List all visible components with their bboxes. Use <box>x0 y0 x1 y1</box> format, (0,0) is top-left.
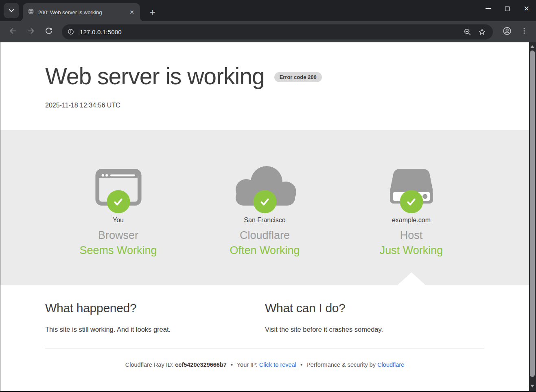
column-name: San Francisco <box>244 217 285 224</box>
reload-icon <box>44 26 53 37</box>
status-band: You Browser Seems Working <box>0 130 529 285</box>
tab-close-icon[interactable]: ✕ <box>128 8 136 16</box>
page-footer: Cloudflare Ray ID: ccf5420e329666b7 • Yo… <box>45 361 484 368</box>
zoom-out-icon[interactable] <box>461 26 473 38</box>
browser-toolbar: 127.0.0.1:5000 <box>0 21 536 42</box>
status-column-browser: You Browser Seems Working <box>45 159 192 285</box>
chevron-down-icon <box>9 7 14 14</box>
column-status: Seems Working <box>79 244 157 257</box>
url-text[interactable]: 127.0.0.1:5000 <box>80 28 459 35</box>
back-button[interactable] <box>6 24 20 39</box>
globe-favicon-icon <box>28 8 34 16</box>
bullet-separator: • <box>300 361 302 368</box>
column-status: Just Working <box>380 244 443 257</box>
tab-search-button[interactable] <box>4 3 19 18</box>
column-role: Host <box>400 229 423 242</box>
section-body: This site is still working. And it looks… <box>45 326 265 333</box>
status-column-host: example.com Host Just Working <box>338 159 485 285</box>
back-arrow-icon <box>9 26 18 37</box>
close-window-button[interactable]: ✕ <box>517 0 536 17</box>
page-content: Web server is working Error code 200 202… <box>0 42 529 391</box>
section-heading: What happened? <box>45 301 265 315</box>
menu-button[interactable] <box>516 24 532 39</box>
click-to-reveal-link[interactable]: Click to reveal <box>259 361 296 368</box>
profile-icon <box>502 26 512 37</box>
kebab-menu-icon <box>520 27 528 37</box>
bullet-separator: • <box>231 361 233 368</box>
address-bar[interactable]: 127.0.0.1:5000 <box>62 24 493 39</box>
ray-id-value: ccf5420e329666b7 <box>175 361 227 368</box>
scrollbar-up-icon[interactable] <box>530 45 534 48</box>
info-section: What happened? This site is still workin… <box>0 285 529 368</box>
minimize-button[interactable] <box>479 0 498 17</box>
footer-divider <box>45 348 484 348</box>
scrollbar-thumb[interactable] <box>530 50 535 377</box>
what-happened-block: What happened? This site is still workin… <box>45 301 265 333</box>
ray-id-label: Cloudflare Ray ID: <box>125 361 173 368</box>
maximize-button[interactable] <box>498 0 517 17</box>
check-icon <box>107 190 130 213</box>
forward-arrow-icon <box>26 26 35 37</box>
status-column-cloudflare: San Francisco Cloudflare Often Working <box>192 159 338 285</box>
column-name: example.com <box>392 217 431 224</box>
performance-security-text: Performance & security by <box>306 361 376 368</box>
column-status: Often Working <box>230 244 300 257</box>
your-ip-label: Your IP: <box>237 361 258 368</box>
bookmark-star-icon[interactable] <box>476 26 488 38</box>
browser-tab[interactable]: 200: Web server is working ✕ <box>23 3 140 21</box>
tab-title: 200: Web server is working <box>38 9 128 15</box>
timestamp: 2025-11-18 12:34:56 UTC <box>45 102 484 109</box>
profile-button[interactable] <box>499 24 515 39</box>
new-tab-button[interactable]: + <box>146 5 160 19</box>
page-title: Web server is working <box>45 63 265 90</box>
window-controls: ✕ <box>479 0 536 17</box>
forward-button[interactable] <box>24 24 38 39</box>
section-body: Visit the site before it crashes someday… <box>265 326 484 333</box>
column-role: Cloudflare <box>240 229 290 242</box>
cloudflare-link[interactable]: Cloudflare <box>377 361 404 368</box>
section-heading: What can I do? <box>265 301 484 315</box>
tab-strip: 200: Web server is working ✕ + ✕ <box>0 0 536 21</box>
column-name: You <box>113 217 124 224</box>
band-notch <box>398 272 425 285</box>
error-code-badge: Error code 200 <box>274 72 322 82</box>
column-role: Browser <box>98 229 138 242</box>
check-icon <box>400 190 423 213</box>
maximize-icon <box>505 7 510 11</box>
reload-button[interactable] <box>42 24 56 39</box>
check-icon <box>253 190 276 213</box>
minimize-icon <box>486 8 491 9</box>
close-icon: ✕ <box>523 5 529 12</box>
scrollbar-down-icon[interactable] <box>530 385 534 388</box>
what-can-i-do-block: What can I do? Visit the site before it … <box>265 301 484 333</box>
site-info-icon[interactable] <box>65 26 77 37</box>
hero-section: Web server is working Error code 200 202… <box>0 42 529 130</box>
scrollbar[interactable] <box>529 42 536 391</box>
